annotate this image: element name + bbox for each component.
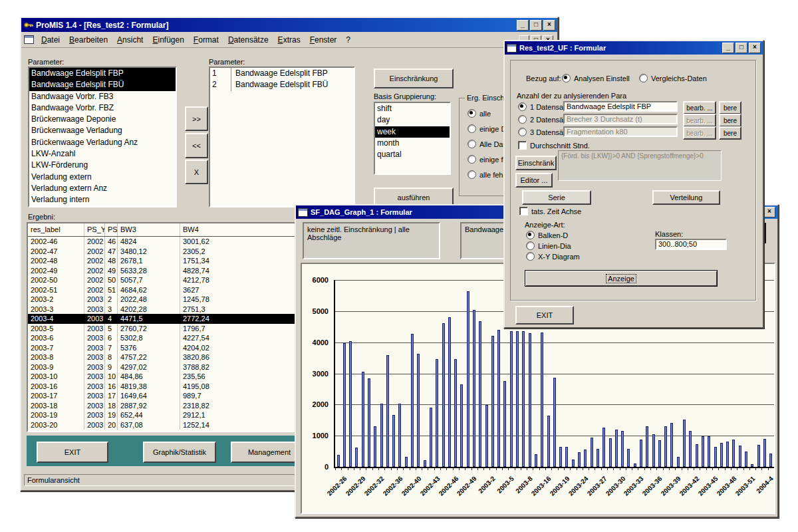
basis-option[interactable]: week <box>375 126 450 138</box>
table-cell: 18 <box>105 401 118 411</box>
radio-icon <box>467 170 476 179</box>
maximize-button[interactable]: □ <box>530 20 542 31</box>
key-icon <box>23 20 33 30</box>
selected-parameter-item[interactable]: 2Bandwaage Edelsplit FBÜ <box>210 79 354 90</box>
bar <box>708 436 710 467</box>
parameter-item[interactable]: LKW-Anzahl <box>29 148 176 160</box>
menubar: DateiBearbeitenAnsichtEinfügenFormatDate… <box>21 32 557 48</box>
verteilung-button[interactable]: Verteilung <box>652 190 720 205</box>
column-header[interactable]: BW3 <box>118 223 180 236</box>
durchschnitt-checkbox[interactable]: Durchschnitt Stnd. <box>518 141 590 150</box>
bere-button[interactable]: bere <box>719 114 741 127</box>
basis-option[interactable]: day <box>375 114 450 126</box>
x-tick-label: 2003-48 <box>716 475 738 497</box>
main-titlebar[interactable]: ProMIS 1.4 - [Res_test2 : Formular] _ □ … <box>21 18 557 32</box>
parameter-item[interactable]: Verladung extern <box>29 172 176 183</box>
table-cell: 484,86 <box>118 372 180 382</box>
erg-radio[interactable]: einige fe <box>467 155 507 164</box>
erg-radio[interactable]: Alle Dat <box>467 140 505 148</box>
menu-ansicht[interactable]: Ansicht <box>112 34 148 46</box>
close-button[interactable]: × <box>543 20 555 31</box>
anzeige-button[interactable]: Anzeige <box>525 270 718 287</box>
parameter-item[interactable]: Verladung extern Anz <box>29 183 176 194</box>
parameter-item[interactable]: LKW-Förderung <box>29 160 176 171</box>
editor-button[interactable]: Editor ... <box>515 173 553 188</box>
basis-option[interactable]: quartal <box>375 149 450 160</box>
einschraenkung-button[interactable]: Einschränkung <box>374 68 454 88</box>
dataset-input[interactable]: Brecher 3 Durchsatz (t) <box>563 114 678 124</box>
radio-vergleichs-daten[interactable]: Vergleichs-Daten <box>639 74 707 82</box>
radio-analysen-einstell[interactable]: Analysen Einstell <box>562 74 630 82</box>
condition-textarea[interactable]: {Förd. bis {LKW}}>0 AND {Sprengstoffmeng… <box>558 150 722 181</box>
menu-fenster[interactable]: Fenster <box>305 34 342 46</box>
graphik-statistik-button[interactable]: Graphik/Statistik <box>143 442 216 463</box>
erg-radio[interactable]: einige D <box>467 124 506 133</box>
bar <box>460 384 463 467</box>
clear-params-button[interactable]: X <box>185 160 208 184</box>
dataset-radio[interactable]: 1 Datensa <box>518 102 563 111</box>
parameter-item[interactable]: Brückenwaage Verladung <box>29 125 176 136</box>
dialog-exit-button[interactable]: EXIT <box>515 306 574 325</box>
menu-datei[interactable]: Datei <box>37 34 65 46</box>
parameter-item[interactable]: Bandwaage Edelsplit FBÜ <box>29 79 176 90</box>
parameter-item[interactable]: Bandwaage Vorbr. FBZ <box>29 102 176 114</box>
parameter-label-right: Parameter: <box>209 58 245 66</box>
menu-datenstze[interactable]: Datensätze <box>223 34 273 46</box>
bearb-button[interactable]: bearb. ... <box>683 101 716 114</box>
erg-radio[interactable]: alle fehl. <box>467 170 507 179</box>
bar <box>664 426 667 467</box>
bearb-button[interactable]: bearb. ... <box>683 126 716 140</box>
zeit-achse-checkbox[interactable]: tats. Zeit Achse <box>519 207 581 215</box>
selected-parameter-item[interactable]: 1Bandwaage Edelsplit FBP <box>210 68 354 79</box>
bar <box>584 450 587 467</box>
add-params-button[interactable]: >> <box>185 106 208 131</box>
einschraenk-button[interactable]: Einschränk <box>515 156 557 170</box>
menu-einfgen[interactable]: Einfügen <box>148 34 188 46</box>
minimize-button[interactable]: _ <box>722 43 734 53</box>
dataset-radio[interactable]: 3 Datensät: <box>518 128 567 136</box>
close-button[interactable]: × <box>749 43 761 53</box>
basis-option[interactable]: shift <box>375 103 450 114</box>
radio-icon <box>518 128 527 136</box>
table-cell: 5302,8 <box>118 333 180 343</box>
klassen-input[interactable]: 300..800;50 <box>655 239 727 250</box>
selected-parameter-listbox[interactable]: 1Bandwaage Edelsplit FBP2Bandwaage Edels… <box>209 66 355 207</box>
parameter-item[interactable]: Bandwaage Vorbr. FB3 <box>29 91 176 102</box>
table-cell: 2003 <box>84 324 105 334</box>
basis-option[interactable]: month <box>375 138 450 149</box>
table-cell: 5 <box>105 324 118 334</box>
bar <box>696 444 698 467</box>
erg-radio[interactable]: alle <box>467 109 491 118</box>
dataset-radio[interactable]: 2 Datensät: <box>518 115 567 124</box>
close-button[interactable]: × <box>763 207 775 217</box>
menu-bearbeiten[interactable]: Bearbeiten <box>65 34 112 46</box>
parameter-item[interactable]: Brückenwaage Verladung Anz <box>29 137 176 148</box>
dataset-input[interactable]: Fragmentation k80 <box>563 126 678 137</box>
column-header[interactable]: res_label <box>28 223 84 236</box>
dialog-titlebar[interactable]: Res_test2_UF : Formular _ □ × <box>505 41 763 55</box>
menu-?[interactable]: ? <box>341 34 355 46</box>
serie-button[interactable]: Serie <box>522 190 591 205</box>
bere-button[interactable]: bere <box>719 126 741 140</box>
basis-gruppierung-listbox[interactable]: shiftdayweekmonthquartal <box>374 102 451 175</box>
parameter-listbox[interactable]: Bandwaage Edelsplit FBPBandwaage Edelspl… <box>28 66 177 207</box>
parameter-item[interactable]: Brückenwaage Deponie <box>29 114 176 125</box>
column-header[interactable]: PS <box>105 223 118 236</box>
parameter-item[interactable]: Bandwaage Edelsplit FBP <box>29 68 176 79</box>
dataset-input[interactable]: Bandwaage Edelsplit FBP <box>563 101 678 112</box>
parameter-item[interactable]: Verladung intern <box>29 194 176 205</box>
table-cell: 47 <box>105 247 118 257</box>
anzeige-art-radio[interactable]: Balken-D <box>526 231 568 239</box>
bere-button[interactable]: bere <box>719 101 741 114</box>
menu-extras[interactable]: Extras <box>273 34 305 46</box>
menu-format[interactable]: Format <box>189 34 223 46</box>
maximize-button[interactable]: □ <box>735 43 747 53</box>
minimize-button[interactable]: _ <box>517 20 529 31</box>
anzeige-art-radio[interactable]: X-Y Diagram <box>526 252 580 261</box>
anzeige-art-radio[interactable]: Linien-Dia <box>526 241 571 250</box>
exit-button[interactable]: EXIT <box>37 442 108 463</box>
bearb-button[interactable]: bearb. ... <box>683 114 716 127</box>
remove-params-button[interactable]: << <box>185 133 208 158</box>
column-header[interactable]: PS_Y <box>84 223 105 236</box>
bar <box>572 460 575 467</box>
